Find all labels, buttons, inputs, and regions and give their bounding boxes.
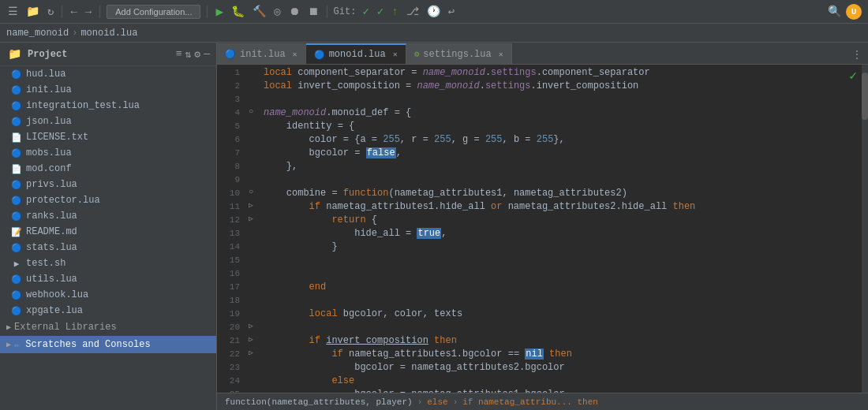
breadcrumb-file[interactable]: monoid.lua: [80, 28, 137, 39]
file-mod-conf[interactable]: 📄 mod.conf: [0, 161, 216, 177]
file-hud[interactable]: 🔵 hud.lua: [0, 66, 216, 82]
git-check1-icon[interactable]: ✓: [361, 3, 370, 20]
scratch-arrow-icon: ▶: [6, 340, 11, 349]
file-name: stats.lua: [26, 242, 77, 253]
lua-icon: 🔵: [11, 117, 22, 127]
separator-4: [327, 6, 327, 18]
stop-icon[interactable]: ⏹: [306, 4, 320, 20]
git-undo-icon[interactable]: ↩: [447, 3, 456, 20]
breadcrumb-project[interactable]: name_monoid: [6, 28, 69, 39]
code-line-21: if invert_composition then: [264, 334, 862, 348]
gutter-13: [245, 226, 257, 239]
git-check2-icon[interactable]: ✓: [376, 3, 385, 20]
file-name: init.lua: [26, 84, 72, 95]
file-privs[interactable]: 🔵 privs.lua: [0, 177, 216, 192]
txt-icon: 📄: [11, 132, 22, 143]
gutter-22: ▷: [245, 346, 257, 360]
code-line-20: [264, 321, 862, 334]
debug-icon[interactable]: 🐛: [230, 3, 246, 20]
file-readme[interactable]: 📝 README.md: [0, 224, 216, 240]
lua-icon: 🔵: [11, 211, 22, 222]
gutter-25: [245, 386, 257, 393]
file-utils[interactable]: 🔵 utils.lua: [0, 271, 216, 287]
file-init[interactable]: 🔵 init.lua: [0, 82, 216, 98]
gutter-11: ▷: [245, 199, 257, 212]
tab-settings[interactable]: ⚙ settings.lua ✕: [406, 43, 512, 64]
nav-forward-icon[interactable]: →: [84, 4, 93, 20]
status-function: function(nametag_attributes, player): [225, 397, 413, 407]
external-libraries-item[interactable]: ▶ External Libraries: [0, 319, 216, 336]
file-license[interactable]: 📄 LICENSE.txt: [0, 129, 216, 145]
tab-monoid[interactable]: 🔵 monoid.lua ✕: [306, 43, 406, 64]
add-configuration-button[interactable]: Add Configuration...: [107, 5, 200, 19]
file-ranks[interactable]: 🔵 ranks.lua: [0, 208, 216, 224]
close-sidebar-icon[interactable]: —: [204, 48, 210, 61]
file-stats[interactable]: 🔵 stats.lua: [0, 240, 216, 255]
settings-icon[interactable]: ⚙: [194, 48, 200, 61]
tab-label: init.lua: [240, 49, 286, 60]
git-time-icon[interactable]: 🕐: [425, 3, 442, 20]
project-icon[interactable]: 📁: [24, 3, 41, 20]
file-test-sh[interactable]: ▶ test.sh: [0, 255, 216, 271]
editor-check-indicator: ✓: [849, 68, 857, 84]
git-branch-icon[interactable]: ⎇: [405, 3, 421, 20]
editor-content: 12345 678910 1112131415 1617181920 21222…: [217, 65, 868, 393]
git-arrow-icon[interactable]: ↑: [390, 4, 399, 20]
code-line-7: bgcolor = false,: [264, 147, 862, 160]
editor-scrollbar[interactable]: [862, 65, 868, 393]
sort-icon[interactable]: ⇅: [185, 48, 192, 61]
search-icon[interactable]: 🔍: [828, 5, 841, 18]
collapse-all-icon[interactable]: ≡: [176, 48, 182, 61]
scratches-consoles-item[interactable]: ▶ ✏ Scratches and Consoles: [0, 336, 216, 353]
scratches-icon: ✏: [14, 339, 20, 351]
external-libraries-label: External Libraries: [14, 322, 117, 333]
refresh-icon[interactable]: ↻: [46, 3, 55, 20]
code-line-6: color = {a = 255, r = 255, g = 255, b = …: [264, 133, 862, 147]
code-line-22: if nametag_attributes1.bgcolor == nil th…: [264, 348, 862, 361]
nav-back-icon[interactable]: ←: [69, 4, 78, 20]
scrollbar-thumb[interactable]: [862, 73, 868, 120]
file-name: mod.conf: [26, 163, 72, 174]
breadcrumb-sep: ›: [72, 28, 77, 39]
file-mobs[interactable]: 🔵 mobs.lua: [0, 145, 216, 161]
expand-arrow-icon: ▶: [6, 322, 11, 332]
file-name: protector.lua: [26, 195, 100, 206]
separator-3: [207, 6, 208, 18]
code-line-2: local invert_composition = name_monoid.s…: [264, 80, 862, 93]
record-icon[interactable]: ⏺: [287, 4, 301, 20]
code-line-13: hide_all = true,: [264, 227, 862, 240]
conf-icon: 📄: [11, 164, 22, 174]
file-webhook[interactable]: 🔵 webhook.lua: [0, 287, 216, 303]
file-json[interactable]: 🔵 json.lua: [0, 114, 216, 129]
sidebar: 📁 Project ≡ ⇅ ⚙ — 🔵 hud.lua 🔵 init.lua 🔵…: [0, 43, 217, 410]
lua-icon: 🔵: [11, 306, 22, 316]
code-line-16: [264, 267, 862, 281]
file-xpgate[interactable]: 🔵 xpgate.lua: [0, 303, 216, 319]
separator-2: [99, 6, 100, 18]
code-area[interactable]: local component_separator = name_monoid.…: [257, 65, 862, 393]
back-icon[interactable]: ☰: [6, 3, 20, 20]
code-line-5: identity = {: [264, 120, 862, 133]
file-name: mobs.lua: [26, 147, 72, 158]
tab-init[interactable]: 🔵 init.lua ✕: [217, 43, 306, 64]
gutter-14: [245, 239, 257, 252]
code-line-24: else: [264, 375, 862, 388]
tab-settings-icon: ⚙: [414, 49, 420, 59]
code-line-17: end: [264, 281, 862, 294]
tab-close-icon[interactable]: ✕: [499, 50, 503, 59]
tab-close-icon[interactable]: ✕: [293, 50, 297, 59]
gutter-1: [245, 65, 257, 78]
gutter-17: [245, 279, 257, 293]
code-line-11: if nametag_attributes1.hide_all or namet…: [264, 200, 862, 214]
coverage-icon[interactable]: ◎: [272, 3, 282, 20]
file-integration-test[interactable]: 🔵 integration_test.lua: [0, 98, 216, 114]
run-icon[interactable]: ▶: [214, 2, 225, 21]
gutter-area: ○ ○ ▷ ▷ ▷ ▷ ▷: [245, 65, 257, 393]
separator-1: [62, 6, 62, 18]
code-line-19: local bgcolor, color, texts: [264, 308, 862, 321]
file-protector[interactable]: 🔵 protector.lua: [0, 192, 216, 208]
code-line-9: [264, 173, 862, 187]
tabs-more-button[interactable]: ⋮: [846, 46, 868, 64]
build-icon[interactable]: 🔨: [251, 3, 268, 20]
tab-close-icon[interactable]: ✕: [393, 50, 398, 59]
